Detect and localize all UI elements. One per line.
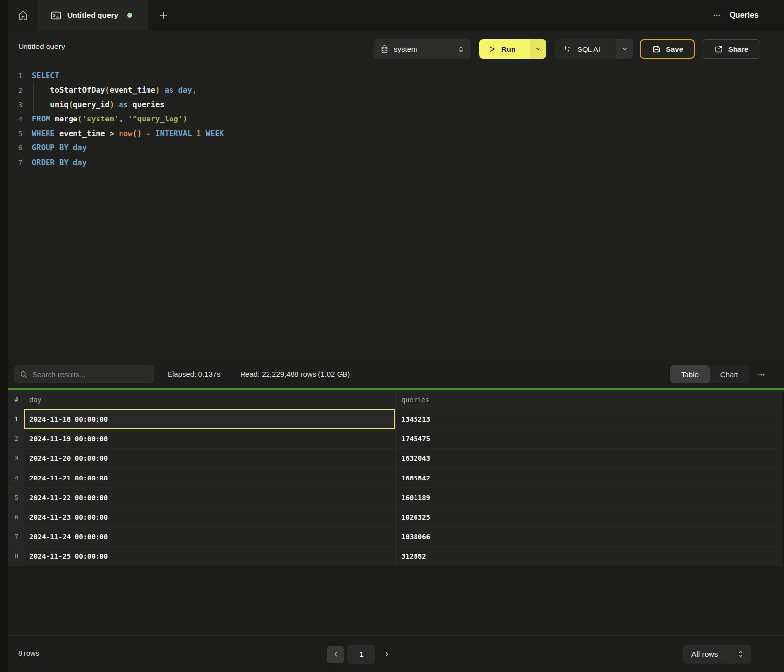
terminal-icon — [50, 10, 62, 21]
home-icon — [17, 9, 29, 21]
tab-table-view[interactable]: Table — [670, 365, 710, 383]
table-row: 62024-11-23 00:00:001026325 — [8, 507, 782, 527]
code-line[interactable]: 2 toStartOfDay(event_time) as day, — [8, 83, 784, 98]
table-row: 12024-11-18 00:00:001345213 — [8, 409, 782, 429]
plus-icon — [159, 11, 168, 20]
results-toolbar: Elapsed: 0.137s Read: 22,229,488 rows (1… — [8, 360, 784, 388]
table-row: 42024-11-21 00:00:001685842 — [8, 468, 782, 488]
previous-page-button[interactable] — [327, 646, 344, 663]
page-size-value: All rows — [691, 650, 737, 659]
share-label: Share — [728, 45, 749, 53]
cell-day[interactable]: 2024-11-21 00:00:00 — [24, 468, 395, 487]
sql-ai-options-button[interactable] — [616, 39, 633, 59]
cell-queries[interactable]: 1685842 — [395, 468, 782, 487]
chevron-down-icon — [621, 46, 628, 52]
share-button[interactable]: Share — [702, 39, 760, 59]
code-line[interactable]: 4FROM merge('system', '^query_log') — [8, 112, 784, 127]
cell-day[interactable]: 2024-11-18 00:00:00 — [24, 409, 395, 429]
tab-bar: Untitled query Queries — [8, 0, 784, 30]
more-options-icon[interactable] — [710, 9, 723, 22]
tab-chart-view[interactable]: Chart — [710, 365, 749, 383]
table-row: 32024-11-20 00:00:001632043 — [8, 449, 782, 468]
code-text: GROUP BY day — [32, 144, 87, 152]
code-lines: 1SELECT2 toStartOfDay(event_time) as day… — [8, 69, 784, 170]
query-toolbar: Untitled query system Run SQL AI — [8, 30, 784, 64]
elapsed-stat: Elapsed: 0.137s — [168, 370, 220, 378]
run-options-button[interactable] — [530, 39, 546, 59]
queries-link[interactable]: Queries — [729, 11, 759, 20]
line-number: 5 — [14, 130, 26, 138]
cell-day[interactable]: 2024-11-20 00:00:00 — [24, 449, 395, 468]
code-line[interactable]: 6GROUP BY day — [8, 141, 784, 156]
code-line[interactable]: 1SELECT — [8, 69, 784, 83]
grid-header: # day queries — [8, 390, 782, 409]
table-row: 22024-11-19 00:00:001745475 — [8, 429, 782, 449]
results-grid: # day queries 12024-11-18 00:00:00134521… — [8, 390, 784, 635]
view-toggle: Table Chart — [670, 365, 749, 383]
column-header-index[interactable]: # — [8, 390, 24, 409]
play-icon — [487, 45, 496, 54]
search-box — [14, 365, 154, 383]
cell-day[interactable]: 2024-11-23 00:00:00 — [24, 507, 395, 527]
save-label: Save — [666, 45, 683, 53]
search-icon — [20, 370, 28, 379]
cell-day[interactable]: 2024-11-19 00:00:00 — [24, 429, 395, 448]
indent-guide — [33, 83, 34, 113]
row-index: 7 — [8, 527, 24, 546]
line-number: 1 — [14, 72, 26, 80]
new-tab-button[interactable] — [148, 0, 178, 30]
cell-day[interactable]: 2024-11-22 00:00:00 — [24, 488, 395, 507]
select-arrows-icon — [737, 650, 744, 658]
page-size-selector[interactable]: All rows — [683, 645, 751, 664]
pagination: 1 — [327, 645, 395, 664]
chevron-down-icon — [535, 46, 541, 52]
row-index: 2 — [8, 429, 24, 448]
save-button[interactable]: Save — [640, 39, 695, 59]
code-text: SELECT — [32, 72, 59, 80]
code-line[interactable]: 7ORDER BY day — [8, 155, 784, 170]
cell-day[interactable]: 2024-11-24 00:00:00 — [24, 527, 395, 546]
code-line[interactable]: 3 uniq(query_id) as queries — [8, 97, 784, 112]
sql-editor[interactable]: 1SELECT2 toStartOfDay(event_time) as day… — [8, 64, 784, 360]
code-text: ORDER BY day — [32, 158, 87, 167]
read-stat: Read: 22,229,488 rows (1.02 GB) — [240, 370, 350, 378]
line-number: 4 — [14, 115, 26, 123]
results-more-options-icon[interactable] — [755, 368, 768, 381]
tab-label: Untitled query — [67, 11, 118, 20]
table-row: 72024-11-24 00:00:001038066 — [8, 527, 782, 547]
next-page-button[interactable] — [378, 646, 395, 663]
cell-queries[interactable]: 1632043 — [395, 449, 782, 468]
sql-ai-label: SQL AI — [577, 45, 600, 53]
cell-queries[interactable]: 1601189 — [395, 488, 782, 507]
tab-untitled-query[interactable]: Untitled query — [38, 0, 148, 30]
tabbar-right: Queries — [710, 0, 784, 30]
code-line[interactable]: 5WHERE event_time > now() - INTERVAL 1 W… — [8, 126, 784, 141]
column-header-queries[interactable]: queries — [395, 390, 782, 409]
cell-queries[interactable]: 1038066 — [395, 527, 782, 546]
share-icon — [714, 45, 723, 54]
home-tab[interactable] — [8, 0, 38, 30]
column-header-day[interactable]: day — [24, 390, 395, 409]
line-number: 2 — [14, 86, 26, 94]
cell-queries[interactable]: 312882 — [395, 547, 782, 566]
run-label: Run — [501, 45, 515, 53]
select-arrows-icon — [457, 45, 465, 53]
page-number-button[interactable]: 1 — [347, 645, 375, 664]
cell-queries[interactable]: 1345213 — [395, 409, 782, 429]
cell-day[interactable]: 2024-11-25 00:00:00 — [24, 547, 395, 566]
code-text: uniq(query_id) as queries — [32, 100, 165, 109]
search-input[interactable] — [32, 370, 148, 379]
database-selector[interactable]: system — [373, 39, 471, 59]
table-row: 52024-11-22 00:00:001601189 — [8, 488, 782, 507]
row-index: 1 — [8, 409, 24, 429]
save-icon — [652, 45, 661, 54]
cell-queries[interactable]: 1026325 — [395, 507, 782, 527]
line-number: 7 — [14, 159, 26, 167]
database-icon — [380, 45, 389, 54]
cell-queries[interactable]: 1745475 — [395, 429, 782, 448]
sql-ai-button-group: SQL AI — [554, 39, 633, 59]
query-title: Untitled query — [18, 42, 65, 51]
sql-ai-button[interactable]: SQL AI — [554, 39, 616, 59]
row-index: 4 — [8, 468, 24, 487]
run-button[interactable]: Run — [479, 39, 530, 59]
